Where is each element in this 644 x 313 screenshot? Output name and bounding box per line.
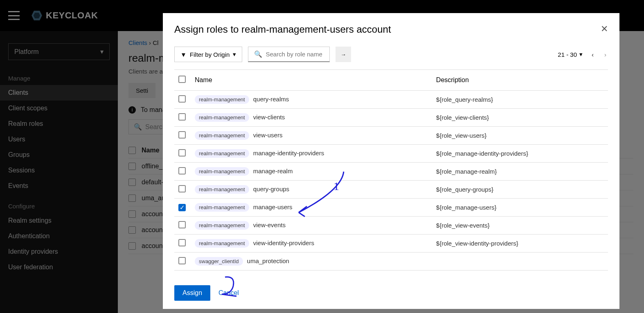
filter-label: Filter by Origin bbox=[190, 51, 230, 58]
role-row: swagger_clientIduma_protection bbox=[174, 253, 608, 271]
role-description: ${role_query-realms} bbox=[432, 91, 608, 109]
origin-tag: realm-management bbox=[195, 185, 249, 194]
role-row: realm-managementview-users ${role_view-u… bbox=[174, 127, 608, 145]
origin-tag: realm-management bbox=[195, 149, 249, 158]
role-checkbox[interactable] bbox=[178, 221, 186, 228]
role-checkbox[interactable] bbox=[178, 167, 186, 174]
role-description: ${role_query-groups} bbox=[432, 181, 608, 199]
filter-by-origin-dropdown[interactable]: ▼ Filter by Origin ▾ bbox=[174, 47, 242, 62]
role-row: realm-managementquery-realms ${role_quer… bbox=[174, 91, 608, 109]
role-row: realm-managementmanage-identity-provider… bbox=[174, 145, 608, 163]
role-checkbox[interactable] bbox=[178, 131, 186, 139]
role-checkbox[interactable]: ✓ bbox=[178, 204, 186, 211]
role-search-box[interactable]: 🔍 bbox=[248, 47, 330, 62]
role-name: view-users bbox=[253, 132, 283, 139]
origin-tag: realm-management bbox=[195, 95, 249, 104]
caret-down-icon: ▾ bbox=[579, 51, 583, 58]
role-checkbox[interactable] bbox=[178, 149, 186, 156]
role-row: realm-managementview-clients ${role_view… bbox=[174, 109, 608, 127]
origin-tag: realm-management bbox=[195, 113, 249, 122]
search-icon: 🔍 bbox=[254, 50, 262, 58]
origin-tag: realm-management bbox=[195, 239, 249, 248]
filter-icon: ▼ bbox=[180, 51, 187, 58]
origin-tag: realm-management bbox=[195, 221, 249, 230]
next-page-button[interactable]: › bbox=[603, 49, 608, 60]
assign-roles-modal: Assign roles to realm-management-users a… bbox=[163, 13, 619, 309]
role-row: realm-managementview-identity-providers … bbox=[174, 235, 608, 253]
role-name: query-groups bbox=[253, 186, 289, 192]
select-all-checkbox[interactable] bbox=[178, 76, 186, 83]
role-name: view-events bbox=[253, 221, 286, 228]
role-name: view-clients bbox=[253, 114, 285, 121]
origin-tag: realm-management bbox=[195, 131, 249, 140]
prev-page-button[interactable]: ‹ bbox=[590, 49, 595, 60]
role-description: ${role_manage-realm} bbox=[432, 163, 608, 181]
role-name: manage-realm bbox=[253, 168, 293, 174]
role-name: query-realms bbox=[253, 96, 289, 103]
role-checkbox[interactable] bbox=[178, 257, 186, 264]
role-name: uma_protection bbox=[247, 257, 289, 264]
role-search-input[interactable] bbox=[266, 51, 324, 58]
role-checkbox[interactable] bbox=[178, 95, 186, 103]
role-row: realm-managementmanage-realm ${role_mana… bbox=[174, 163, 608, 181]
modal-header: Assign roles to realm-management-users a… bbox=[163, 13, 619, 39]
cancel-button[interactable]: Cancel bbox=[218, 289, 239, 297]
modal-body: ▼ Filter by Origin ▾ 🔍 → 21 - 30 ▾ ‹ bbox=[163, 39, 619, 277]
assign-button[interactable]: Assign bbox=[174, 285, 210, 301]
role-row: realm-managementview-events ${role_view-… bbox=[174, 217, 608, 235]
role-row: ✓ realm-managementmanage-users ${role_ma… bbox=[174, 199, 608, 217]
role-name: view-identity-providers bbox=[253, 239, 314, 246]
role-description: ${role_view-identity-providers} bbox=[432, 235, 608, 253]
page-range-label: 21 - 30 bbox=[558, 51, 577, 58]
role-name: manage-identity-providers bbox=[253, 150, 324, 156]
role-checkbox[interactable] bbox=[178, 185, 186, 192]
arrow-right-icon: → bbox=[340, 51, 346, 58]
role-description: ${role_view-events} bbox=[432, 217, 608, 235]
role-checkbox[interactable] bbox=[178, 239, 186, 246]
role-description: ${role_view-users} bbox=[432, 127, 608, 145]
origin-tag: swagger_clientId bbox=[195, 257, 243, 266]
col-name: Name bbox=[191, 70, 432, 91]
role-row: realm-managementquery-groups ${role_quer… bbox=[174, 181, 608, 199]
role-description bbox=[432, 253, 608, 271]
origin-tag: realm-management bbox=[195, 167, 249, 176]
role-description: ${role_manage-users} bbox=[432, 199, 608, 217]
role-description: ${role_view-clients} bbox=[432, 109, 608, 127]
col-description: Description bbox=[432, 70, 608, 91]
roles-table: Name Description realm-managementquery-r… bbox=[174, 69, 608, 271]
role-checkbox[interactable] bbox=[178, 113, 186, 121]
caret-down-icon: ▾ bbox=[233, 51, 236, 58]
modal-footer: Assign Cancel bbox=[163, 277, 619, 309]
search-submit-button[interactable]: → bbox=[336, 47, 351, 62]
role-description: ${role_manage-identity-providers} bbox=[432, 145, 608, 163]
modal-title: Assign roles to realm-management-users a… bbox=[174, 24, 391, 35]
origin-tag: realm-management bbox=[195, 203, 249, 212]
role-name: manage-users bbox=[253, 203, 293, 210]
modal-close-button[interactable]: ✕ bbox=[601, 24, 608, 34]
page-range-dropdown[interactable]: 21 - 30 ▾ bbox=[558, 51, 583, 58]
modal-toolbar: ▼ Filter by Origin ▾ 🔍 → 21 - 30 ▾ ‹ bbox=[170, 39, 612, 69]
